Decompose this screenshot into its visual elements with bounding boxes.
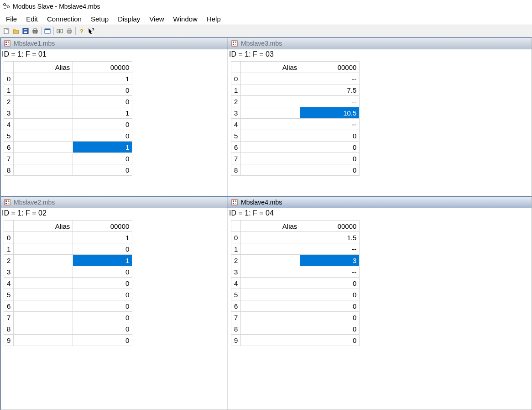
cell-value[interactable]: 0	[300, 323, 360, 335]
toolbar-print2-button[interactable]	[65, 26, 74, 36]
table-row[interactable]: 3--	[231, 266, 360, 278]
cell-value[interactable]: 0	[73, 312, 132, 323]
table-row[interactable]: 01	[4, 73, 132, 84]
table-row[interactable]: 90	[231, 335, 360, 346]
row-header[interactable]: 4	[231, 278, 241, 289]
cell-alias[interactable]	[14, 119, 73, 130]
cell-value[interactable]: 0	[300, 335, 360, 346]
toolbar-print-button[interactable]	[31, 26, 40, 36]
table-row[interactable]: 21	[4, 255, 132, 266]
table-row[interactable]: 17.5	[231, 84, 360, 96]
cell-alias[interactable]	[14, 107, 73, 119]
cell-alias[interactable]	[14, 323, 73, 335]
menu-edit[interactable]: Edit	[22, 14, 42, 24]
table-row[interactable]: 50	[4, 289, 132, 300]
menu-file[interactable]: File	[2, 14, 21, 24]
table-row[interactable]: 80	[231, 164, 360, 176]
cell-alias[interactable]	[14, 335, 73, 346]
row-header[interactable]: 5	[231, 130, 241, 142]
menu-display[interactable]: Display	[114, 14, 144, 24]
menu-setup[interactable]: Setup	[87, 14, 113, 24]
table-row[interactable]: 4--	[231, 119, 360, 130]
menu-help[interactable]: Help	[203, 14, 225, 24]
table-row[interactable]: 1--	[231, 243, 360, 255]
table-row[interactable]: 01.5	[231, 232, 360, 243]
cell-value[interactable]: 0	[73, 164, 132, 176]
cell-value[interactable]: 0	[73, 119, 132, 130]
doc-titlebar[interactable]: Mbslave4.mbs	[228, 196, 532, 208]
row-header[interactable]: 1	[4, 243, 14, 255]
cell-value[interactable]: 0	[73, 96, 132, 107]
table-row[interactable]: 50	[231, 289, 360, 300]
row-header[interactable]: 5	[231, 289, 241, 300]
row-header[interactable]: 4	[4, 278, 14, 289]
cell-value[interactable]: 0	[300, 153, 360, 164]
row-header[interactable]: 3	[4, 266, 14, 278]
row-header[interactable]: 8	[4, 164, 14, 176]
col-header-value[interactable]: 00000	[300, 62, 360, 73]
table-row[interactable]: 50	[231, 130, 360, 142]
doc-window-d2[interactable]: Mbslave2.mbsID = 1: F = 02Alias000000110…	[0, 196, 229, 410]
cell-alias[interactable]	[241, 164, 300, 176]
table-row[interactable]: 80	[4, 323, 132, 335]
doc-titlebar[interactable]: Mbslave3.mbs	[228, 37, 532, 49]
row-header[interactable]: 6	[4, 142, 14, 153]
row-header[interactable]: 5	[4, 130, 14, 142]
cell-alias[interactable]	[241, 312, 300, 323]
cell-value[interactable]: 0	[300, 278, 360, 289]
register-grid[interactable]: Alias00000011020314050617080	[4, 61, 132, 176]
toolbar-window-button[interactable]	[43, 26, 52, 36]
cell-alias[interactable]	[241, 289, 300, 300]
cell-value[interactable]: 0	[300, 312, 360, 323]
cell-value[interactable]: 3	[300, 255, 360, 266]
col-header-alias[interactable]: Alias	[14, 221, 73, 232]
cell-alias[interactable]	[241, 73, 300, 84]
doc-window-d3[interactable]: Mbslave3.mbsID = 1: F = 03Alias000000--1…	[228, 37, 532, 197]
cell-alias[interactable]	[14, 142, 73, 153]
table-row[interactable]: 90	[4, 335, 132, 346]
cell-alias[interactable]	[241, 119, 300, 130]
table-row[interactable]: 0--	[231, 73, 360, 84]
col-header-value[interactable]: 00000	[73, 221, 132, 232]
cell-alias[interactable]	[14, 232, 73, 243]
cell-alias[interactable]	[241, 130, 300, 142]
cell-alias[interactable]	[14, 130, 73, 142]
row-header[interactable]: 3	[4, 107, 14, 119]
table-row[interactable]: 70	[4, 312, 132, 323]
table-row[interactable]: 01	[4, 232, 132, 243]
row-header[interactable]: 8	[231, 323, 241, 335]
cell-value[interactable]: 1	[73, 73, 132, 84]
cell-alias[interactable]	[241, 232, 300, 243]
row-header[interactable]: 3	[231, 107, 241, 119]
cell-alias[interactable]	[241, 278, 300, 289]
table-row[interactable]: 60	[231, 142, 360, 153]
table-row[interactable]: 40	[4, 278, 132, 289]
cell-alias[interactable]	[241, 107, 300, 119]
row-header[interactable]: 0	[231, 73, 241, 84]
cell-alias[interactable]	[14, 266, 73, 278]
cell-value[interactable]: 0	[73, 243, 132, 255]
cell-value[interactable]: 0	[73, 289, 132, 300]
cell-value[interactable]: 1.5	[300, 232, 360, 243]
table-row[interactable]: 80	[4, 164, 132, 176]
cell-alias[interactable]	[241, 335, 300, 346]
table-row[interactable]: 10	[4, 243, 132, 255]
row-header[interactable]: 4	[4, 119, 14, 130]
cell-value[interactable]: 0	[73, 335, 132, 346]
register-grid[interactable]: Alias0000001102130405060708090	[4, 220, 132, 346]
doc-titlebar[interactable]: Mbslave2.mbs	[1, 196, 228, 208]
cell-alias[interactable]	[14, 289, 73, 300]
cell-alias[interactable]	[241, 323, 300, 335]
table-row[interactable]: 40	[4, 119, 132, 130]
row-header[interactable]: 0	[231, 232, 241, 243]
cell-alias[interactable]	[14, 153, 73, 164]
row-header[interactable]: 5	[4, 289, 14, 300]
table-row[interactable]: 61	[4, 142, 132, 153]
cell-alias[interactable]	[241, 96, 300, 107]
row-header[interactable]: 9	[4, 335, 14, 346]
cell-value[interactable]: 0	[300, 164, 360, 176]
table-row[interactable]: 10	[4, 84, 132, 96]
row-header[interactable]: 0	[4, 232, 14, 243]
cell-value[interactable]: --	[300, 243, 360, 255]
cell-value[interactable]: 0	[300, 130, 360, 142]
